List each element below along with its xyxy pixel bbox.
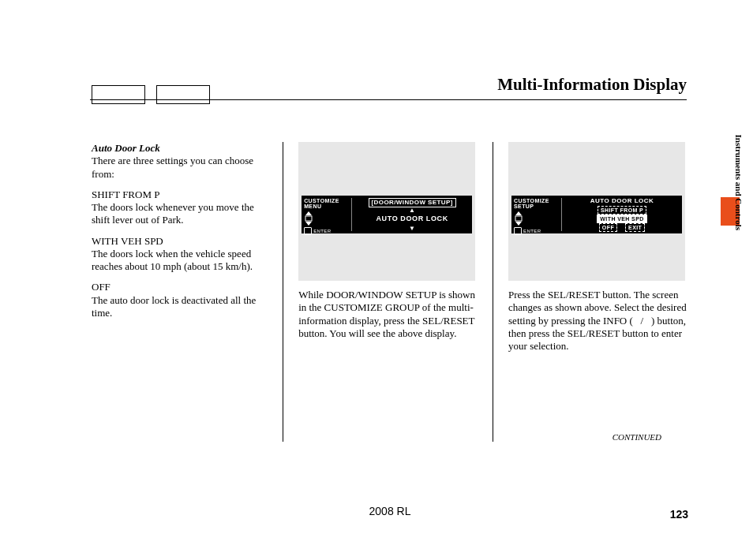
updown-arrow-icon (514, 211, 523, 226)
option-item: SHIFT FROM P (598, 206, 646, 215)
svg-rect-1 (305, 216, 312, 221)
option-off: OFF The auto door lock is deactivated al… (92, 281, 268, 319)
continued-label: CONTINUED (613, 432, 661, 442)
intro-text: There are three settings you can choose … (92, 155, 253, 179)
up-arrow-icon: ▲ (409, 207, 415, 213)
subheading: Auto Door Lock (92, 142, 160, 154)
column-separator (283, 142, 284, 442)
down-arrow-icon: ▼ (409, 226, 415, 231)
header-rule (90, 99, 687, 100)
model-year: 2008 RL (92, 505, 688, 517)
selected-item: AUTO DOOR LOCK (376, 215, 448, 223)
enter-icon (514, 227, 522, 235)
updown-arrow-icon (304, 211, 313, 226)
menu-label: MENU (304, 203, 350, 209)
column-1: Auto Door Lock There are three settings … (92, 142, 268, 442)
column-2: CUSTOMIZE MENU ENTER (298, 142, 478, 442)
column-3: CUSTOMIZE SETUP ENTER (508, 142, 688, 442)
option-item-selected: WITH VEH SPD (597, 215, 646, 223)
content-columns: Auto Door Lock There are three settings … (92, 142, 688, 442)
svg-marker-2 (305, 222, 312, 226)
enter-icon (304, 227, 312, 235)
svg-marker-5 (515, 222, 522, 226)
screen-left-panel: CUSTOMIZE SETUP ENTER (511, 196, 561, 233)
option-shift-from-p: SHIFT FROM P The doors lock whenever you… (92, 189, 268, 227)
auto-door-lock-intro: Auto Door Lock There are three settings … (92, 142, 268, 181)
option-body: The auto door lock is deactivated all th… (92, 294, 256, 319)
setup-label: SETUP (514, 203, 560, 209)
section-side-label: Instruments and Controls (734, 135, 744, 230)
svg-marker-3 (515, 211, 522, 215)
svg-rect-4 (515, 216, 522, 221)
display-figure-2: CUSTOMIZE SETUP ENTER (508, 142, 685, 281)
enter-row: ENTER (514, 227, 560, 235)
col2-body-text: While DOOR/WINDOW SETUP is shown in the … (298, 289, 478, 340)
option-body: The doors lock whenever you move the shi… (92, 201, 254, 226)
enter-label: ENTER (313, 229, 331, 233)
option-title: SHIFT FROM P (92, 189, 159, 200)
screen-right-panel: AUTO DOOR LOCK SHIFT FROM P WITH VEH SPD… (562, 196, 682, 233)
page-title: Multi-Information Display (90, 75, 687, 95)
option-body: The doors lock when the vehicle speed re… (92, 248, 253, 272)
enter-label: ENTER (523, 229, 541, 233)
page-footer: 2008 RL 123 (92, 505, 688, 517)
enter-row: ENTER (304, 227, 350, 235)
screen-right-panel: [DOOR/WINDOW SETUP] ▲ AUTO DOOR LOCK ▼ (352, 196, 472, 233)
mid-screen: CUSTOMIZE SETUP ENTER (511, 196, 682, 233)
col3-body-text: Press the SEL/RESET button. The screen c… (508, 289, 688, 353)
page-number: 123 (670, 508, 688, 521)
option-title: OFF (92, 281, 111, 293)
display-figure-1: CUSTOMIZE MENU ENTER (298, 142, 475, 281)
mid-screen: CUSTOMIZE MENU ENTER (302, 196, 472, 233)
customize-label: CUSTOMIZE (304, 198, 350, 203)
svg-marker-0 (305, 211, 312, 215)
options-list: SHIFT FROM P WITH VEH SPD OFF EXIT (565, 206, 679, 232)
screen-left-panel: CUSTOMIZE MENU ENTER (302, 196, 351, 233)
nav-arrows-icon (514, 211, 560, 226)
option-with-veh-spd: WITH VEH SPD The doors lock when the veh… (92, 235, 268, 274)
option-item: OFF (599, 223, 617, 232)
exit-item: EXIT (625, 223, 645, 232)
nav-arrows-icon (304, 211, 350, 226)
option-title: WITH VEH SPD (92, 235, 163, 247)
customize-label: CUSTOMIZE (514, 198, 560, 203)
page-header: Multi-Information Display (90, 75, 687, 100)
column-separator (493, 142, 494, 442)
panel-title: AUTO DOOR LOCK (590, 197, 654, 205)
